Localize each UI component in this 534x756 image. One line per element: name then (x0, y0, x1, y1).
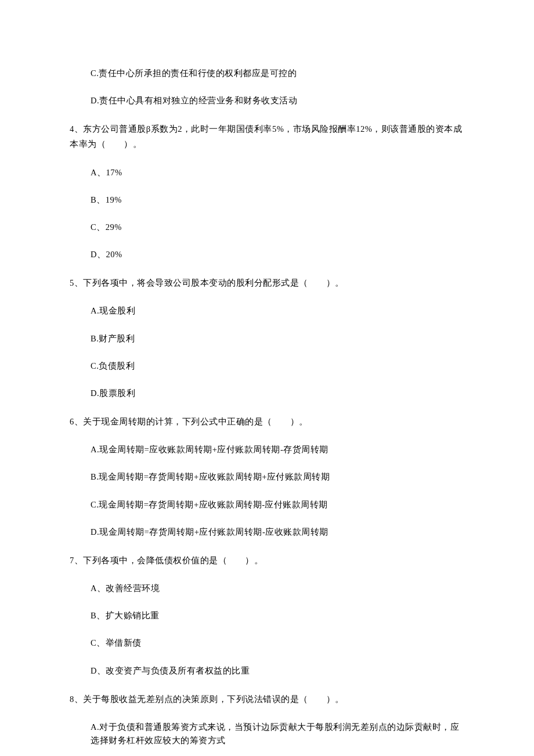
prev-question-option-d: D.责任中心具有相对独立的经营业务和财务收支活动 (70, 94, 464, 107)
question-5-option-a: A.现金股利 (70, 304, 464, 318)
question-6-option-b: B.现金周转期=存货周转期+应收账款周转期+应付账款周转期 (70, 470, 464, 484)
question-8-stem: 8、关于每股收益无差别点的决策原则，下列说法错误的是（ ）。 (70, 692, 464, 707)
question-7-option-a: A、改善经营环境 (70, 582, 464, 595)
question-4-option-c: C、29% (70, 221, 464, 234)
question-4-option-b: B、19% (70, 193, 464, 207)
question-7-stem: 7、下列各项中，会降低债权价值的是（ ）。 (70, 553, 464, 568)
question-4-option-d: D、20% (70, 248, 464, 261)
question-8-option-a: A.对于负债和普通股筹资方式来说，当预计边际贡献大于每股利润无差别点的边际贡献时… (70, 721, 464, 747)
document-page: C.责任中心所承担的责任和行使的权利都应是可控的 D.责任中心具有相对独立的经营… (0, 0, 534, 756)
question-4-stem: 4、东方公司普通股β系数为2，此时一年期国债利率5%，市场风险报酬率12%，则该… (70, 121, 464, 152)
question-4-option-a: A、17% (70, 166, 464, 179)
question-5-stem: 5、下列各项中，将会导致公司股本变动的股利分配形式是（ ）。 (70, 275, 464, 290)
question-7-option-c: C、举借新债 (70, 636, 464, 650)
prev-question-option-c: C.责任中心所承担的责任和行使的权利都应是可控的 (70, 67, 464, 80)
question-6-option-c: C.现金周转期=存货周转期+应收账款周转期-应付账款周转期 (70, 498, 464, 512)
question-6-option-a: A.现金周转期=应收账款周转期+应付账款周转期-存货周转期 (70, 443, 464, 456)
question-7-option-b: B、扩大赊销比重 (70, 609, 464, 622)
question-6-stem: 6、关于现金周转期的计算，下列公式中正确的是（ ）。 (70, 414, 464, 429)
question-6-option-d: D.现金周转期=存货周转期+应付账款周转期-应收账款周转期 (70, 525, 464, 539)
question-7-option-d: D、改变资产与负债及所有者权益的比重 (70, 664, 464, 678)
question-5-option-d: D.股票股利 (70, 387, 464, 400)
question-5-option-c: C.负债股利 (70, 359, 464, 373)
question-5-option-b: B.财产股利 (70, 332, 464, 345)
